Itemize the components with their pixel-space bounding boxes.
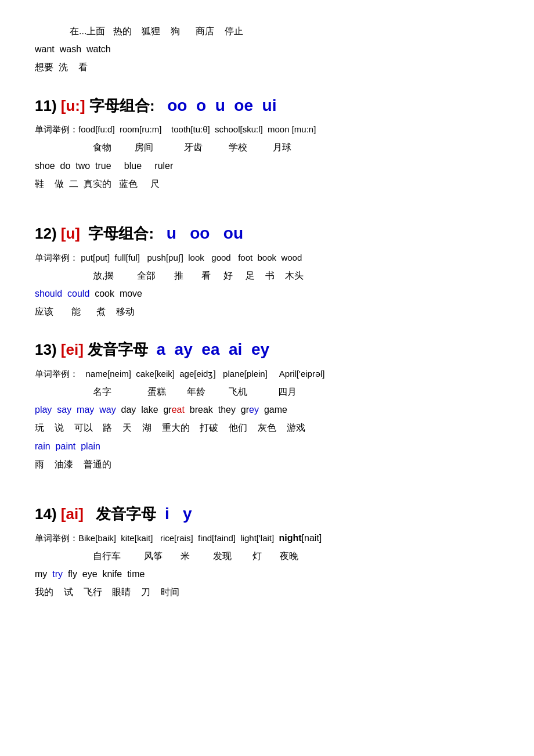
section-11-extra-zh: 鞋 做 二 真实的 蓝色 尺 [35,176,499,192]
section-12-heading: 12) [u] 字母组合: u oo ou [35,219,499,247]
section-11-examples: 单词举例：food[fu:d] room[ru:m] tooth[tu:θ] s… [35,121,499,137]
section-11-heading: 11) [u:] 字母组合: oo o u oe ui [35,92,499,120]
section-13-extra-zh: 玩 说 可以 路 天 湖 重大的 打破 他们 灰色 游戏 [35,420,499,435]
spacer-11-12 [35,208,499,219]
section-11-extra-en: shoe do two true blue ruler [35,158,499,174]
section-13: 13) [ei] 发音字母 a ay ea ai ey 单词举例： name[n… [35,336,499,472]
section-11-zh: 食物 房间 牙齿 学校 月球 [35,139,499,155]
section-13-heading: 13) [ei] 发音字母 a ay ea ai ey [35,336,499,363]
section-12-examples: 单词举例： put[put] full[ful] push[puʃ] look … [35,250,499,265]
section-14-examples: 单词举例：Bike[baik] kite[kait] rice[rais] fi… [35,530,499,546]
section-12-zh: 放,摆 全部 推 看 好 足 书 木头 [35,268,499,283]
section-12: 12) [u] 字母组合: u oo ou 单词举例： put[put] ful… [35,219,499,319]
section-14-heading: 14) [ai] 发音字母 i y [35,500,499,528]
spacer-13-14 [35,488,499,500]
section-14-extra-zh: 我的 试 飞行 眼睛 刀 时间 [35,584,499,600]
section-14: 14) [ai] 发音字母 i y 单词举例：Bike[baik] kite[k… [35,500,499,600]
zh-top-row: 在...上面 热的 狐狸 狗 商店 停止 [35,23,499,39]
zh-want-row: 想要 洗 看 [35,59,499,75]
section-12-extra-en: should could cook move [35,286,499,301]
section-13-extra-en: play say may way day lake great break th… [35,402,499,417]
section-14-zh: 自行车 风筝 米 发现 灯 夜晚 [35,548,499,564]
section-11: 11) [u:] 字母组合: oo o u oe ui 单词举例：food[fu… [35,92,499,192]
top-intro-section: 在...上面 热的 狐狸 狗 商店 停止 want wash watch 想要 … [35,23,499,75]
section-12-extra-zh: 应该 能 煮 移动 [35,304,499,319]
en-want-row: want wash watch [35,41,499,57]
section-14-extra-en: my try fly eye knife time [35,566,499,582]
section-13-extra2-zh: 雨 油漆 普通的 [35,456,499,472]
section-13-examples: 单词举例： name[neim] cake[keik] age[eidʒ] pl… [35,366,499,381]
section-13-extra2-en: rain paint plain [35,438,499,454]
section-13-zh: 名字 蛋糕 年龄 飞机 四月 [35,384,499,399]
